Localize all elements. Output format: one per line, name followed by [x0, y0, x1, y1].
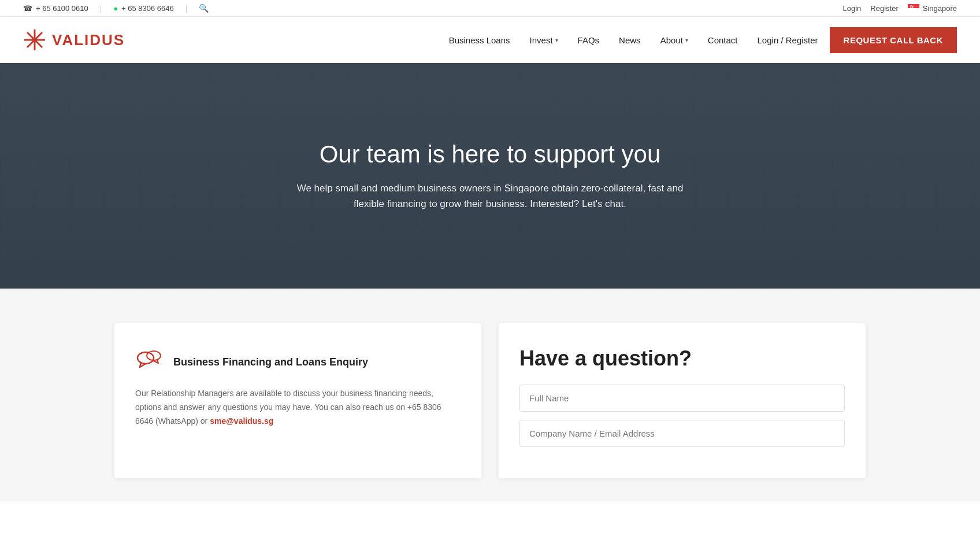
login-link[interactable]: Login	[842, 4, 861, 13]
chat-icon-wrap	[135, 346, 164, 378]
logo[interactable]: VALIDUS	[23, 28, 125, 51]
whatsapp-icon: ●	[113, 4, 118, 13]
nav-contact-label: Contact	[708, 35, 738, 45]
svg-rect-1	[908, 8, 919, 12]
country-label: Singapore	[923, 4, 957, 13]
phone-icon: ☎	[23, 4, 32, 13]
nav-about[interactable]: About ▾	[652, 31, 696, 50]
question-card: Have a question?	[499, 323, 866, 478]
svg-point-12	[32, 38, 37, 42]
nav-faqs[interactable]: FAQs	[570, 31, 608, 50]
svg-point-4	[911, 5, 912, 6]
top-bar-right: Login Register ☽ Singapore	[842, 4, 957, 13]
singapore-flag-icon: ☽	[908, 4, 919, 12]
top-bar-left: ☎ + 65 6100 0610 | ● + 65 8306 6646 | 🔍	[23, 3, 209, 13]
nav-login-register[interactable]: Login / Register	[749, 31, 826, 50]
nav-news[interactable]: News	[611, 31, 649, 50]
phone-number: + 65 6100 0610	[36, 4, 88, 13]
content-section: Business Financing and Loans Enquiry Our…	[0, 289, 980, 501]
nav-contact[interactable]: Contact	[700, 31, 746, 50]
divider2: |	[185, 4, 187, 13]
svg-point-6	[912, 7, 913, 8]
enquiry-header: Business Financing and Loans Enquiry	[135, 346, 461, 378]
hero-title: Our team is here to support you	[282, 140, 698, 169]
divider: |	[100, 4, 102, 13]
question-form-title: Have a question?	[519, 346, 845, 371]
nav-invest[interactable]: Invest ▾	[522, 31, 566, 50]
svg-point-13	[138, 352, 154, 364]
invest-dropdown-arrow: ▾	[555, 37, 558, 43]
phone-contact[interactable]: ☎ + 65 6100 0610	[23, 4, 88, 13]
nav-about-label: About	[660, 35, 683, 45]
nav-login-register-label: Login / Register	[758, 35, 818, 45]
hero-section: Our team is here to support you We help …	[0, 63, 980, 289]
request-callback-button[interactable]: Request Call Back	[830, 27, 957, 53]
logo-icon	[23, 28, 46, 51]
chat-bubbles-icon	[135, 346, 164, 375]
nav-business-loans-label: Business Loans	[449, 35, 510, 45]
about-dropdown-arrow: ▾	[685, 37, 688, 43]
nav-invest-label: Invest	[530, 35, 553, 45]
whatsapp-number: + 65 8306 6646	[121, 4, 174, 13]
content-grid: Business Financing and Loans Enquiry Our…	[114, 323, 866, 478]
main-header: VALIDUS Business Loans Invest ▾ FAQs New…	[0, 17, 980, 63]
country-selector[interactable]: ☽ Singapore	[908, 4, 957, 13]
enquiry-title: Business Financing and Loans Enquiry	[173, 356, 368, 368]
logo-text: VALIDUS	[52, 31, 125, 49]
nav-news-label: News	[619, 35, 641, 45]
svg-point-7	[910, 7, 911, 8]
hero-subtitle: We help small and medium business owners…	[282, 180, 698, 212]
whatsapp-contact[interactable]: ● + 65 8306 6646	[113, 4, 174, 13]
top-bar: ☎ + 65 6100 0610 | ● + 65 8306 6646 | 🔍 …	[0, 0, 980, 17]
nav-business-loans[interactable]: Business Loans	[441, 31, 518, 50]
nav-faqs-label: FAQs	[578, 35, 600, 45]
enquiry-text: Our Relationship Managers are available …	[135, 387, 461, 428]
register-link[interactable]: Register	[870, 4, 898, 13]
search-icon[interactable]: 🔍	[199, 3, 209, 13]
full-name-input[interactable]	[519, 385, 845, 412]
enquiry-text-before-link: Our Relationship Managers are available …	[135, 389, 441, 426]
enquiry-card: Business Financing and Loans Enquiry Our…	[114, 323, 481, 478]
hero-content: Our team is here to support you We help …	[259, 140, 721, 212]
enquiry-email-link[interactable]: sme@validus.sg	[210, 416, 273, 426]
main-nav: Business Loans Invest ▾ FAQs News About …	[441, 27, 957, 53]
company-email-input[interactable]	[519, 420, 845, 447]
